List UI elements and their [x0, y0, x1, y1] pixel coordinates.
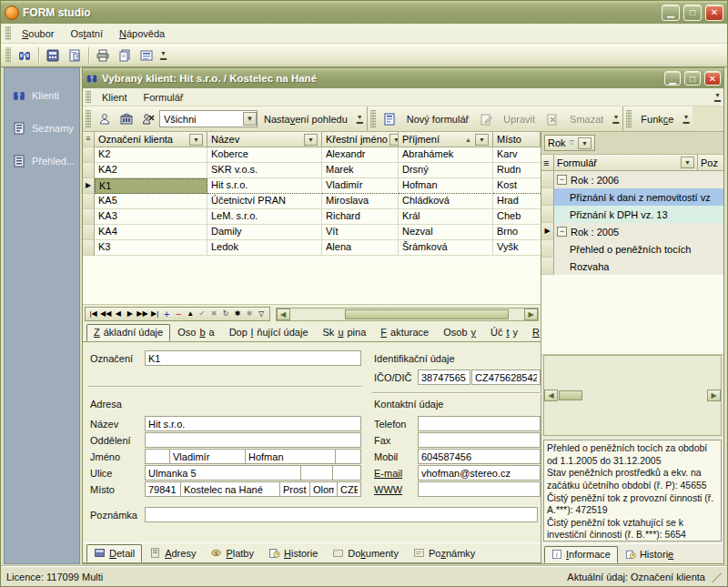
table-row[interactable]: K3 Ledok Alena Šrámková Vyšk	[83, 240, 541, 256]
group-row-current[interactable]: ▶ −Rok : 2005	[541, 223, 723, 240]
copy-button[interactable]	[114, 46, 136, 66]
filter-toolbar-grip[interactable]	[86, 110, 91, 127]
chevron-down-icon[interactable]: ▼	[243, 112, 257, 126]
scroll-left-icon[interactable]: ◀	[544, 390, 558, 401]
delete-form-button[interactable]: Smazat	[563, 111, 610, 127]
email-field[interactable]	[418, 465, 541, 481]
fax-field[interactable]	[418, 432, 541, 448]
table-row[interactable]: KA4 Damily Vít Nezval Brno	[83, 225, 541, 240]
functions-button[interactable]: Funkce	[634, 111, 680, 127]
telefon-field[interactable]	[418, 416, 541, 431]
www-field[interactable]	[418, 481, 541, 497]
toolbar-overflow-chevron[interactable]: ▼▬	[157, 44, 169, 66]
mobil-field[interactable]	[418, 449, 541, 464]
refresh-button[interactable]: ↻	[220, 308, 232, 320]
kraj-field[interactable]	[309, 481, 338, 497]
next-record-button[interactable]: ▶	[124, 308, 136, 320]
delete-record-button[interactable]: −	[173, 308, 185, 320]
tab-ucty[interactable]: Účty	[483, 324, 525, 341]
filter-dropdown-icon[interactable]: ▼	[681, 157, 694, 168]
grid-corner-cell[interactable]: ≡	[83, 132, 95, 147]
krestni-jmeno-field[interactable]	[169, 449, 246, 464]
stat-field[interactable]	[337, 481, 361, 497]
person-button[interactable]	[94, 109, 116, 129]
functions-toolbar-overflow-chevron[interactable]: ▼▬	[680, 106, 692, 131]
filter-dropdown-icon[interactable]: ▼	[389, 134, 399, 146]
prev-page-button[interactable]: ◀◀	[99, 308, 112, 320]
forms-catalog-button[interactable]: 7	[64, 46, 86, 66]
post-edit-button[interactable]: ✔	[197, 308, 208, 320]
menu-formular[interactable]: Formulář	[136, 89, 192, 106]
scroll-left-icon[interactable]: ◀	[277, 309, 290, 320]
ulice-field[interactable]	[145, 465, 301, 481]
clients-button[interactable]	[14, 46, 35, 66]
scrollbar-thumb[interactable]	[345, 309, 509, 319]
column-header-formular[interactable]: Formulář▼	[554, 155, 698, 171]
tab-historie-panel[interactable]: Historie	[618, 546, 681, 563]
view-settings-button[interactable]: Nastavení pohledu	[258, 111, 354, 127]
filter-dropdown-icon[interactable]: ▼	[475, 134, 489, 146]
okres-field[interactable]	[279, 481, 310, 497]
column-header-nazev[interactable]: Název▼	[207, 132, 322, 147]
last-record-button[interactable]: ▶|	[149, 308, 161, 320]
client-close-button[interactable]: ✕	[704, 71, 721, 86]
co-field[interactable]	[332, 465, 361, 481]
tab-fakturace[interactable]: Fakturace	[373, 324, 436, 341]
tab-osoba[interactable]: Osoba	[170, 324, 221, 341]
menu-ostatni[interactable]: Ostatní	[62, 25, 110, 42]
next-page-button[interactable]: ▶▶	[136, 308, 148, 320]
poznamka-field[interactable]	[145, 507, 538, 522]
first-record-button[interactable]: |◀	[87, 308, 99, 320]
menubar-grip[interactable]	[5, 26, 11, 40]
client-menubar-overflow-chevron[interactable]: ▼▬	[712, 88, 723, 106]
filter-funnel-icon[interactable]: ▽	[256, 308, 268, 320]
titul-za-field[interactable]	[335, 449, 361, 464]
close-button[interactable]: ✕	[705, 5, 723, 21]
new-form-button[interactable]: Nový formulář	[400, 111, 475, 127]
client-minimize-button[interactable]: ▁	[664, 71, 681, 86]
table-row[interactable]: KA5 Účetnictví PRAN Miroslava Chládková …	[83, 194, 541, 209]
titul-pred-field[interactable]	[145, 449, 170, 464]
view-filter-select[interactable]: Všichni ▼	[159, 110, 258, 127]
column-header-poz[interactable]: Poz	[698, 155, 723, 171]
form-item-row[interactable]: Rozvaha	[541, 258, 723, 275]
resize-grip[interactable]	[711, 572, 722, 582]
group-by-rok-chip[interactable]: Rok ▽ ▼	[544, 135, 595, 151]
list-button[interactable]	[136, 46, 157, 66]
edit-form-icon[interactable]	[475, 109, 497, 129]
scrollbar-thumb[interactable]	[559, 390, 582, 400]
filter-dropdown-icon[interactable]: ▼	[189, 134, 203, 146]
column-header-misto[interactable]: Místo	[493, 132, 541, 147]
tab-dokumenty[interactable]: Dokumenty	[325, 544, 406, 562]
chevron-down-icon[interactable]: ▼	[578, 137, 592, 149]
collapse-icon[interactable]: −	[557, 175, 567, 185]
bookmark-button[interactable]: ✱	[232, 308, 244, 320]
tab-detail[interactable]: Detail	[86, 544, 142, 562]
goto-bookmark-button[interactable]: ✱	[244, 308, 256, 320]
psc-field[interactable]	[145, 481, 181, 497]
grid-horizontal-scrollbar[interactable]: ◀ ▶	[276, 308, 539, 321]
table-row-selected[interactable]: ▶ K1 Hit s.r.o. Vladimír Hofman Kost	[83, 178, 541, 194]
collapse-icon[interactable]: −	[557, 227, 567, 237]
edit-record-button[interactable]: ▲	[185, 308, 197, 320]
form-item-row-selected[interactable]: Přiznání k dani z nemovitostí vz	[541, 188, 723, 206]
table-row[interactable]: KA2 SKR v.o.s. Marek Drsný Rudn	[83, 163, 541, 178]
tab-platby[interactable]: $Platby	[203, 544, 261, 562]
company-button[interactable]	[116, 109, 137, 129]
dic-field[interactable]	[471, 369, 541, 385]
cancel-edit-button[interactable]: ✖	[208, 308, 220, 320]
tab-poznamky[interactable]: Poznámky	[406, 544, 482, 562]
menu-klient[interactable]: Klient	[94, 89, 136, 106]
insert-record-button[interactable]: +	[161, 308, 173, 320]
form-toolbar-overflow-chevron[interactable]: ▼▬	[610, 106, 622, 131]
edit-form-button[interactable]: Upravit	[497, 111, 541, 127]
table-row[interactable]: KA3 LeM. s.r.o. Richard Král Cheb	[83, 209, 541, 225]
tab-informace[interactable]: iInformace	[544, 546, 618, 563]
cp-field[interactable]	[300, 465, 333, 481]
tab-osoby[interactable]: Osoby	[436, 324, 483, 341]
calculator-button[interactable]	[42, 46, 64, 66]
filter-toolbar-overflow-chevron[interactable]: ▼▬	[354, 106, 366, 131]
email-link-label[interactable]: E-mail	[374, 468, 402, 479]
form-toolbar-grip[interactable]	[370, 110, 376, 127]
column-header-krestni-jmeno[interactable]: Křestní jméno▼	[322, 132, 399, 147]
